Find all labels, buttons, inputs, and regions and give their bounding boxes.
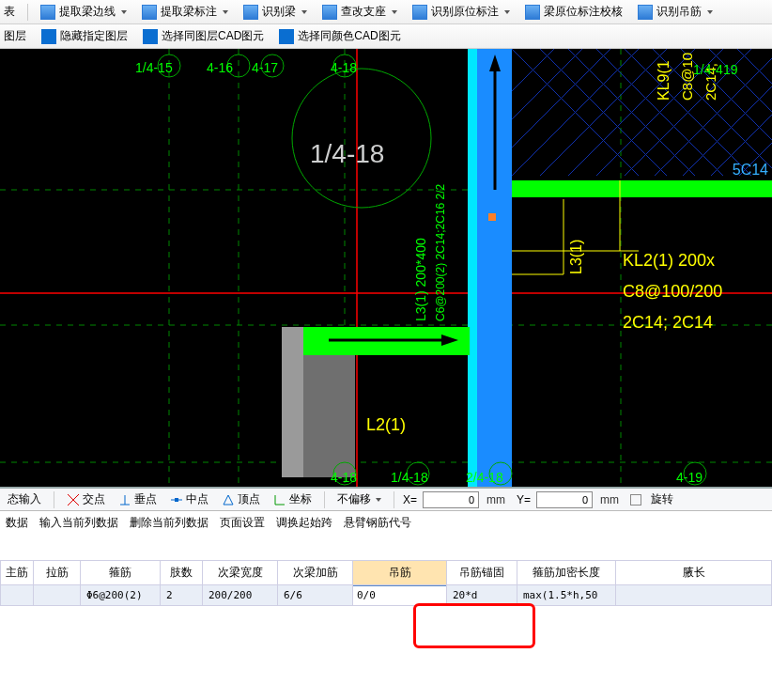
label-l2: L2(1) — [366, 415, 406, 435]
col-zhishu[interactable]: 肢数 — [161, 561, 203, 585]
col-yechang[interactable]: 腋长 — [616, 561, 772, 585]
verify-inplace-button[interactable]: 梁原位标注校核 — [519, 2, 628, 22]
snap-chui[interactable]: 垂点 — [115, 490, 161, 508]
label-l3-right: L3(1) — [568, 240, 585, 274]
data-toolbar: 数据 输入当前列数据 删除当前列数据 页面设置 调换起始跨 悬臂钢筋代号 — [0, 511, 772, 534]
toolbar-cad: 图层 隐藏指定图层 选择同图层CAD图元 选择同颜色CAD图元 — [0, 24, 772, 49]
node-1-4-15: 1/4-15 — [135, 60, 173, 75]
col-diaojinmao[interactable]: 吊筋锚固 — [447, 561, 517, 585]
col-ciliangkuan[interactable]: 次梁宽度 — [203, 561, 278, 585]
node-b-1-4-18: 1/4-18 — [391, 470, 428, 485]
osnap-bar: 态输入 交点 垂点 中点 顶点 坐标 不偏移 X= mm Y= mm 旋转 — [0, 487, 772, 511]
table-row[interactable]: Φ6@200(2) 2 200/200 6/6 20*d max(1.5*h,5… — [1, 585, 772, 606]
col-zhujin[interactable]: 主筋 — [1, 561, 34, 585]
node-4-18: 4-18 — [331, 60, 357, 75]
delete-col-button[interactable]: 删除当前列数据 — [130, 515, 208, 531]
pick-same-layer-button[interactable]: 选择同图层CAD图元 — [137, 26, 270, 46]
svg-marker-60 — [224, 495, 233, 505]
label-l3-a: L3(1) 200*400 — [413, 238, 428, 321]
col-lajin[interactable]: 拉筋 — [34, 561, 81, 585]
cantilever-button[interactable]: 悬臂钢筋代号 — [344, 515, 411, 531]
x-unit: mm — [486, 493, 505, 506]
hide-layer-button[interactable]: 隐藏指定图层 — [36, 26, 133, 46]
pick-same-color-button[interactable]: 选择同颜色CAD图元 — [273, 26, 406, 46]
offset-mode[interactable]: 不偏移 — [333, 490, 385, 508]
svg-rect-35 — [303, 355, 355, 477]
label-kl2b: C8@100/200 — [623, 282, 722, 302]
rebar-table[interactable]: 主筋 拉筋 箍筋 肢数 次梁宽度 次梁加筋 吊筋 吊筋锚固 箍筋加密长度 腋长 … — [0, 560, 772, 606]
col-jiami[interactable]: 箍筋加密长度 — [517, 561, 616, 585]
x-input[interactable] — [423, 491, 479, 508]
layer-tab[interactable]: 表 — [4, 2, 21, 22]
page-setup-button[interactable]: 页面设置 — [220, 515, 265, 531]
node-b-4-18: 4-18 — [331, 470, 357, 485]
node-4-17: 4-17 — [252, 60, 278, 75]
svg-rect-31 — [468, 49, 477, 487]
extract-annot-button[interactable]: 提取梁标注 — [136, 2, 234, 22]
cell-lajin[interactable] — [34, 585, 81, 606]
label-big-1-4-18: 1/4-18 — [310, 139, 384, 169]
cell-zhishu[interactable]: 2 — [161, 585, 203, 606]
y-unit: mm — [600, 493, 619, 506]
svg-line-16 — [709, 49, 772, 112]
check-seat-button[interactable]: 查改支座 — [317, 2, 403, 22]
extract-edge-button[interactable]: 提取梁边线 — [35, 2, 132, 22]
table-header-row: 主筋 拉筋 箍筋 肢数 次梁宽度 次梁加筋 吊筋 吊筋锚固 箍筋加密长度 腋长 — [1, 561, 772, 585]
svg-rect-34 — [282, 327, 303, 477]
snap-jiao[interactable]: 交点 — [63, 490, 109, 508]
node-4-16: 4-16 — [207, 60, 233, 75]
diaojin-input[interactable] — [353, 586, 446, 605]
cell-gujin[interactable]: Φ6@200(2) — [81, 585, 161, 606]
svg-line-17 — [737, 49, 772, 84]
rotate-label: 旋转 — [651, 491, 673, 507]
col-diaojin[interactable]: 吊筋 — [353, 561, 447, 585]
cell-diaojinmao[interactable]: 20*d — [447, 585, 517, 606]
cell-diaojin[interactable] — [353, 585, 447, 606]
label-l3-b: C6@200(2) 2C14;2C16 2/2 — [434, 184, 447, 321]
highlight-box — [413, 603, 535, 648]
label-kl2c: 2C14; 2C14 — [623, 313, 713, 333]
drawing-canvas[interactable]: 1/4-15 4-16 4-17 4-18 1/4-18 L3(1) 200*4… — [0, 49, 772, 487]
label-kl9: KL9(1 — [656, 60, 672, 101]
y-label: Y= — [517, 493, 531, 506]
layer-label[interactable]: 图层 — [4, 26, 32, 46]
snap-zuobiao[interactable]: 坐标 — [270, 490, 316, 508]
svg-point-36 — [292, 69, 431, 208]
y-input[interactable] — [536, 491, 593, 508]
data-tab[interactable]: 数据 — [6, 515, 28, 531]
dyn-input-button[interactable]: 态输入 — [4, 490, 45, 508]
label-top-right: 1/4-419 — [693, 62, 737, 77]
input-col-button[interactable]: 输入当前列数据 — [39, 515, 118, 531]
recognize-diaojin-button[interactable]: 识别吊筋 — [632, 2, 718, 22]
svg-rect-59 — [175, 498, 178, 502]
svg-rect-53 — [488, 213, 496, 221]
snap-ding[interactable]: 顶点 — [218, 490, 264, 508]
label-kl2a: KL2(1) 200x — [623, 251, 715, 271]
cell-ciliangjia[interactable]: 6/6 — [278, 585, 353, 606]
cell-ciliangkuan[interactable]: 200/200 — [203, 585, 278, 606]
recognize-inplace-button[interactable]: 识别原位标注 — [407, 2, 516, 22]
rotate-checkbox[interactable] — [630, 494, 641, 506]
cell-yechang[interactable] — [616, 585, 772, 606]
cell-jiami[interactable]: max(1.5*h,50 — [517, 585, 616, 606]
x-label: X= — [403, 493, 417, 506]
toolbar-main: 表 提取梁边线 提取梁标注 识别梁 查改支座 识别原位标注 梁原位标注校核 识别… — [0, 0, 772, 24]
recognize-beam-button[interactable]: 识别梁 — [238, 2, 313, 22]
snap-zhong[interactable]: 中点 — [166, 490, 212, 508]
swap-span-button[interactable]: 调换起始跨 — [276, 515, 332, 531]
cell-zhujin[interactable] — [1, 585, 34, 606]
col-ciliangjia[interactable]: 次梁加筋 — [278, 561, 353, 585]
node-b-2-4-18: 2/4-18 — [466, 470, 503, 485]
node-b-4-19: 4-19 — [676, 470, 703, 485]
col-gujin[interactable]: 箍筋 — [81, 561, 161, 585]
label-5c14: 5C14 — [733, 162, 768, 179]
svg-rect-32 — [512, 180, 772, 197]
